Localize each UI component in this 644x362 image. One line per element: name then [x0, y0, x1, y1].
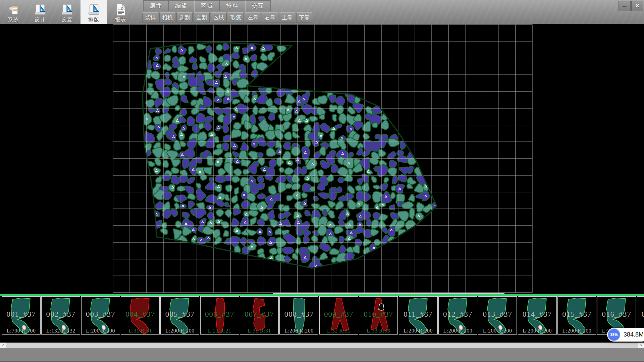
piece-lr-count: L:200 R:200: [518, 328, 556, 334]
thumbnail-010-37[interactable]: 010_#37L:33 R:33: [359, 296, 398, 335]
settings-ruler-icon: [60, 3, 74, 16]
thumbnail-007-37[interactable]: 007_#37L:31 R:31: [240, 296, 279, 335]
piece-name: 006_#37: [201, 310, 239, 319]
action-button-10[interactable]: 下靠: [296, 12, 312, 23]
piece-name: 015_#37: [558, 310, 596, 319]
thumbnail-006-37[interactable]: 006_#37L:21 R:21: [200, 296, 239, 335]
piece-name: 007_#37: [240, 310, 278, 319]
menu-tab-2[interactable]: 编辑: [169, 0, 194, 11]
piece-lr-count: L:31 R:31: [121, 328, 159, 334]
scroll-right-arrow[interactable]: ›: [638, 343, 644, 348]
report-doc-icon: [114, 3, 127, 16]
piece-name: 009_#37: [320, 310, 358, 319]
window-controls: ─ ✕: [619, 1, 643, 11]
horizontal-scrollbar[interactable]: ‹ ›: [0, 343, 644, 348]
titlebar: 系统设计设置排版报表 属性编辑区域排料交互 聚排相机选割全割区域瑕疵左靠右靠上靠…: [0, 0, 644, 24]
strip-top-edge: [273, 293, 504, 294]
thumbnail-004-37[interactable]: 004_#37L:31 R:31: [121, 296, 160, 335]
main-button-4[interactable]: 排版: [80, 0, 107, 24]
main-button-label: 排版: [88, 17, 100, 23]
layout-ruler-icon: [87, 3, 101, 16]
piece-name: 004_#37: [121, 310, 159, 319]
piece-lr-count: L:200 R:200: [558, 328, 596, 334]
thumbnail-002-37[interactable]: 002_#37L:132 R:132: [41, 296, 80, 335]
piece-lr-count: L:200 R:200: [161, 328, 199, 334]
main-button-label: 报表: [115, 17, 126, 23]
thumbnail-011-37[interactable]: 011_#37L:200 R:200: [399, 296, 438, 335]
piece-thumbnail-strip: 001_#37L:700 R:700002_#37L:132 R:132003_…: [0, 296, 644, 335]
piece-lr-count: L:200 R:200: [82, 328, 120, 334]
piece-name: 016_#37: [597, 310, 636, 319]
piece-name: 005_#37: [161, 310, 199, 319]
main-button-5[interactable]: 报表: [107, 0, 134, 24]
action-button-2[interactable]: 相机: [159, 12, 175, 23]
piece-name: 002_#37: [42, 310, 80, 319]
menu-tab-1[interactable]: 属性: [143, 0, 169, 11]
thumbnail-005-37[interactable]: 005_#37L:200 R:200: [160, 296, 199, 335]
piece-name: 013_#37: [478, 310, 517, 319]
piece-lr-count: L:21 R:21: [201, 328, 239, 334]
piece-name: 017_#37: [637, 310, 644, 319]
piece-lr-count: L:200 R:200: [478, 328, 517, 334]
main-button-label: 设置: [61, 17, 73, 23]
piece-name: 011_#37: [399, 310, 437, 319]
main-button-1[interactable]: 系统: [0, 0, 27, 24]
action-button-1[interactable]: 聚排: [142, 12, 158, 23]
action-button-3[interactable]: 选割: [176, 12, 193, 23]
minimize-button[interactable]: ─: [619, 1, 631, 11]
thumbnail-009-37[interactable]: 009_#37L:32 R:31: [319, 296, 358, 335]
main-toolbar: 系统设计设置排版报表: [0, 0, 134, 24]
piece-lr-count: L:200 R:200: [439, 328, 477, 334]
action-button-8[interactable]: 右靠: [262, 12, 278, 23]
piece-name: 008_#37: [280, 310, 318, 319]
menu-tab-5[interactable]: 交互: [245, 0, 271, 11]
system-gear-icon: [7, 3, 20, 16]
piece-lr-count: L:700 R:700: [2, 328, 40, 334]
nesting-canvas[interactable]: [0, 24, 644, 294]
main-button-label: 系统: [8, 17, 19, 23]
app-window: 系统设计设置排版报表 属性编辑区域排料交互 聚排相机选割全割区域瑕疵左靠右靠上靠…: [0, 0, 644, 362]
menu-tab-3[interactable]: 区域: [194, 0, 220, 11]
piece-lr-count: L:132 R:132: [42, 328, 80, 334]
strip-separator-line: [0, 294, 644, 295]
piece-name: 010_#37: [359, 310, 397, 319]
status-bar: [0, 348, 644, 362]
action-toolbar: 聚排相机选割全割区域瑕疵左靠右靠上靠下靠: [142, 12, 312, 23]
menu-tab-4[interactable]: 排料: [220, 0, 245, 11]
piece-name: 003_#37: [82, 310, 120, 319]
piece-name: 014_#37: [518, 310, 556, 319]
piece-name: 012_#37: [439, 310, 477, 319]
action-button-7[interactable]: 左靠: [245, 12, 261, 23]
piece-lr-count: L:33 R:33: [359, 328, 397, 334]
action-button-4[interactable]: 全割: [194, 12, 210, 23]
action-button-5[interactable]: 区域: [211, 12, 227, 23]
main-button-3[interactable]: 设置: [54, 0, 80, 24]
progress-circle: 38%: [608, 328, 620, 341]
nesting-layout-svg: [0, 24, 644, 294]
thumbnail-014-37[interactable]: 014_#37L:200 R:200: [518, 296, 557, 335]
memory-badge: 38% 384.8M: [607, 328, 644, 342]
thumbnail-012-37[interactable]: 012_#37L:200 R:200: [438, 296, 477, 335]
thumbnail-013-37[interactable]: 013_#37L:200 R:200: [478, 296, 517, 335]
close-button[interactable]: ✕: [631, 1, 643, 11]
piece-lr-count: L:31 R:31: [240, 328, 278, 334]
thumbnail-001-37[interactable]: 001_#37L:700 R:700: [2, 296, 41, 335]
piece-lr-count: L:32 R:31: [320, 328, 358, 334]
thumbnail-008-37[interactable]: 008_#37L:200 R:200: [279, 296, 318, 335]
menu-tabs: 属性编辑区域排料交互: [143, 0, 271, 11]
piece-name: 001_#37: [2, 310, 40, 319]
action-button-9[interactable]: 上靠: [279, 12, 295, 23]
piece-lr-count: L:200 R:200: [399, 328, 437, 334]
thumbnail-003-37[interactable]: 003_#37L:200 R:200: [81, 296, 120, 335]
design-ruler-icon: [34, 3, 47, 16]
main-button-label: 设计: [35, 17, 46, 23]
scroll-left-arrow[interactable]: ‹: [0, 343, 6, 348]
main-button-2[interactable]: 设计: [27, 0, 54, 24]
thumbnail-015-37[interactable]: 015_#37L:200 R:200: [557, 296, 596, 335]
strip-separator-line-2: [0, 295, 644, 296]
piece-lr-count: L:200 R:200: [280, 328, 318, 334]
memory-value: 384.8M: [624, 331, 644, 338]
action-button-6[interactable]: 瑕疵: [228, 12, 244, 23]
